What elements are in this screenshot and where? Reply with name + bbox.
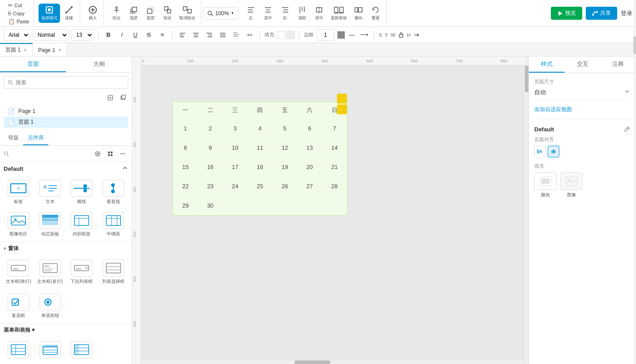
- window-section-header[interactable]: ▾ 窗体: [0, 242, 132, 255]
- page-size-expand-button[interactable]: [623, 88, 631, 96]
- fill-image-option[interactable]: 图像: [560, 172, 583, 198]
- add-page-button[interactable]: [105, 92, 116, 103]
- cal-cell-15[interactable]: 15: [173, 157, 198, 177]
- border-color-swatch[interactable]: [337, 31, 345, 39]
- add-responsive-link[interactable]: 添加自适应视图: [534, 106, 572, 113]
- components-tab[interactable]: 元件库: [23, 131, 48, 145]
- font-style-select[interactable]: Normal: [33, 29, 69, 41]
- tab-close-page1-copy[interactable]: ✕: [58, 48, 61, 52]
- default-edit-icon[interactable]: [623, 126, 631, 133]
- cal-cell-21[interactable]: 21: [322, 157, 347, 177]
- comp-search-input[interactable]: [12, 151, 90, 157]
- list-button[interactable]: ≡: [157, 30, 168, 40]
- bottom-layer-button[interactable]: 底层: [143, 4, 159, 23]
- middle-align-button[interactable]: 居中: [311, 4, 327, 23]
- scrollbar-v-thumb[interactable]: [525, 65, 528, 92]
- comp-item-dropdown[interactable]: abc 下拉列表框: [67, 257, 97, 287]
- cut-button[interactable]: ✂ Cut: [7, 2, 30, 9]
- align-left-page-button[interactable]: [534, 146, 546, 157]
- cal-cell-19[interactable]: 19: [273, 157, 297, 177]
- justify-fmt-button[interactable]: [217, 30, 228, 40]
- calendar-widget[interactable]: ⚡ ⚡ 一 二 三 四 五 六 日 1 2 3: [173, 101, 347, 216]
- flash-icon-top[interactable]: ⚡: [337, 94, 347, 104]
- anchor-button[interactable]: 控点: [108, 4, 125, 23]
- copy-button[interactable]: ⎘ Copy: [7, 10, 30, 17]
- cal-cell-9[interactable]: 9: [198, 138, 222, 157]
- paste-button[interactable]: 📋 Paste: [7, 18, 30, 25]
- cal-cell-26[interactable]: 26: [273, 177, 297, 196]
- align-center-page-button[interactable]: [548, 146, 559, 157]
- outline-tab[interactable]: 大纲: [66, 56, 132, 72]
- cal-cell-5[interactable]: 5: [273, 119, 297, 138]
- share-button[interactable]: 共享: [586, 7, 617, 20]
- line-height-button[interactable]: [231, 30, 242, 40]
- scrollbar-vertical[interactable]: [525, 56, 528, 364]
- fill-opacity-swatch[interactable]: [286, 31, 294, 39]
- comp-more-button[interactable]: [117, 148, 128, 159]
- login-button[interactable]: 登录: [621, 9, 632, 17]
- comp-item-table2[interactable]: [35, 338, 65, 361]
- fill-color-swatch[interactable]: [277, 31, 285, 39]
- tab-close-page1[interactable]: ✕: [23, 48, 27, 52]
- master-tab[interactable]: 母版: [4, 131, 23, 145]
- combine-button[interactable]: 组合: [160, 4, 176, 23]
- cal-cell-13[interactable]: 13: [297, 138, 322, 157]
- cal-cell-4[interactable]: 4: [247, 119, 272, 138]
- cal-cell-29[interactable]: 29: [173, 196, 198, 215]
- comp-item-table3[interactable]: [67, 338, 97, 361]
- comp-item-table1[interactable]: [4, 338, 34, 361]
- duplicate-page-button[interactable]: [117, 92, 128, 103]
- cal-cell-23[interactable]: 23: [198, 177, 222, 196]
- border-style-btn1[interactable]: —: [346, 30, 357, 40]
- insert-button[interactable]: 插入: [85, 4, 101, 23]
- center-align-button[interactable]: 居中: [260, 4, 276, 23]
- comp-item-input-multi[interactable]: abc 文本框(多行): [35, 257, 65, 287]
- cal-cell-3[interactable]: 3: [223, 119, 247, 138]
- add-comp-button[interactable]: [92, 148, 103, 159]
- cal-cell-7[interactable]: 7: [322, 119, 347, 138]
- tab-page1[interactable]: 页面 1 ✕: [0, 43, 33, 56]
- ungroup-button[interactable]: 取消组合: [177, 4, 198, 23]
- cal-cell-8[interactable]: 8: [173, 138, 198, 157]
- cal-cell-14[interactable]: 14: [322, 138, 347, 157]
- top-layer-button[interactable]: 顶层: [125, 4, 142, 23]
- bold-button[interactable]: B: [103, 30, 114, 40]
- cal-cell-1[interactable]: 1: [173, 119, 198, 138]
- comp-item-listbox[interactable]: 列表选择框: [99, 257, 129, 287]
- border-width-input[interactable]: [316, 29, 334, 41]
- select-mode-button[interactable]: 选择模式: [39, 4, 60, 23]
- connect-button[interactable]: 连接: [61, 4, 77, 23]
- scrollbar-horizontal[interactable]: [141, 360, 524, 364]
- right-panel-scrollbar[interactable]: [633, 0, 636, 364]
- comp-item-image[interactable]: 图像热区: [4, 209, 34, 240]
- comp-item-relay[interactable]: 中继器: [99, 209, 129, 240]
- cal-cell-16[interactable]: 16: [198, 157, 222, 177]
- top-align-button[interactable]: 顶部: [294, 4, 310, 23]
- cal-cell-2[interactable]: 2: [198, 119, 222, 138]
- cal-cell-27[interactable]: 27: [297, 177, 322, 196]
- cal-cell-25[interactable]: 25: [247, 177, 272, 196]
- comp-item-vline[interactable]: 垂直线: [99, 177, 129, 208]
- tile-button[interactable]: 横向: [350, 4, 367, 23]
- comp-item-label[interactable]: A 标签: [4, 177, 34, 208]
- underline-button[interactable]: U: [130, 30, 141, 40]
- comp-item-frame[interactable]: 内部框架: [67, 209, 97, 240]
- canvas-content[interactable]: ⚡ ⚡ 一 二 三 四 五 六 日 1 2 3: [141, 65, 528, 364]
- comp-item-input-single[interactable]: abc 文本框(单行): [4, 257, 34, 287]
- cal-cell-30[interactable]: 30: [198, 196, 222, 215]
- cal-cell-18[interactable]: 18: [247, 157, 272, 177]
- zoom-control[interactable]: 100% ▼: [203, 7, 238, 20]
- comp-item-radio[interactable]: 单选按钮: [35, 291, 65, 321]
- cal-cell-22[interactable]: 22: [173, 177, 198, 196]
- reset-button[interactable]: 重置: [368, 4, 384, 23]
- left-align-button[interactable]: 左: [243, 4, 259, 23]
- pages-search-input[interactable]: [16, 79, 124, 86]
- page-item-page2[interactable]: 📄 页面 1: [4, 117, 128, 128]
- scrollbar-h-thumb[interactable]: [294, 360, 330, 364]
- font-family-select[interactable]: Arial: [4, 29, 30, 41]
- collapse-default-button[interactable]: [122, 165, 128, 173]
- comp-grid-view-button[interactable]: [105, 148, 116, 159]
- align-right-fmt-button[interactable]: [204, 30, 215, 40]
- tab-page1-copy[interactable]: Page 1 ✕: [33, 43, 67, 56]
- comp-item-checkbox[interactable]: 复选框: [4, 291, 34, 321]
